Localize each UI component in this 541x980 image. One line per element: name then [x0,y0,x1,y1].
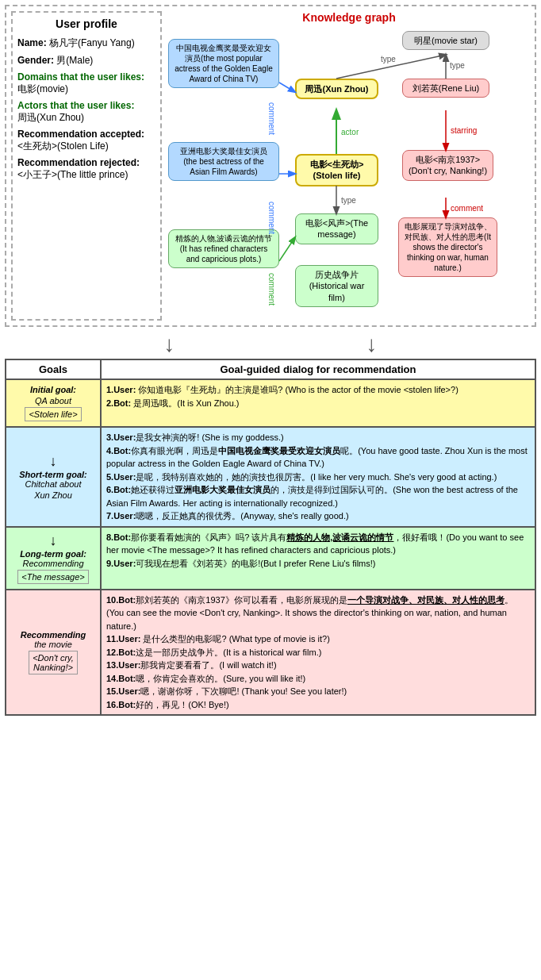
goal-type-2: Short-term goal: [19,470,87,479]
dialog-row-1: Initial goal: QA about <Stolen life> 1.U… [6,380,535,428]
section-arrows: ↓ ↓ [5,332,536,357]
rejected-label: Recommendation rejected: [17,157,140,168]
domains-value: 电影(movie) [17,83,68,94]
dialog-header: Goal-guided dialog for recommendation [102,360,535,379]
dialog-row-3: ↓ Long-term goal: Recommending <The mess… [6,528,535,590]
accepted-value: <生死劫>(Stolen Life) [17,140,109,152]
profile-gender: Gender: 男(Male) [17,54,155,67]
profile-rejected: Recommendation rejected: <小王子>(The littl… [17,157,155,182]
domains-label: Domains that the user likes: [17,71,144,83]
dialog-line-1-1: 1.User: 你知道电影『生死劫』的主演是谁吗? (Who is the ac… [106,383,530,397]
arrow-down-3: ↓ [50,532,57,549]
knowledge-graph: Knowledge graph 中国电视金鹰奖最受欢迎女演员(the most … [168,11,530,321]
goal-type-3: Long-term goal: [20,549,86,559]
arrow-down-left: ↓ [164,333,175,355]
actors-value: 周迅(Xun Zhou) [17,112,84,123]
dialog-row-4: Recommending the movie <Don't cry,Nankin… [6,590,535,715]
svg-text:type: type [341,196,356,205]
name-value: 杨凡宇(Fanyu Yang) [49,37,135,48]
profile-accepted: Recommendation accepted: <生死劫>(Stolen Li… [17,129,155,153]
main-container: User profile Name: 杨凡宇(Fanyu Yang) Gende… [0,5,541,716]
goal-type-1: Initial goal: [30,385,76,394]
dialog-line-2-2: 4.Bot:你真有眼光啊，周迅是中国电视金鹰奖最受欢迎女演员呢。(You hav… [106,444,530,471]
dialog-cell-4: 10.Bot:那刘若英的《南京1937》你可以看看，电影所展现的是一个导演对战争… [102,590,535,715]
node-n11: 电影展现了导演对战争、对民族、对人性的思考(It shows the direc… [398,217,497,277]
goals-header: Goals [6,360,102,379]
goal-desc-1: QA about [35,396,71,405]
svg-text:type: type [450,61,465,70]
dialog-line-4-4: 13.User:那我肯定要看看了。(I will watch it!) [106,659,530,672]
top-section: User profile Name: 杨凡宇(Fanyu Yang) Gende… [5,5,536,327]
dialog-line-4-6: 15.User:嗯，谢谢你呀，下次聊吧! (Thank you! See you… [106,685,530,698]
dialog-line-4-3: 12.Bot:这是一部历史战争片。(It is a historical war… [106,646,530,659]
svg-line-16 [279,237,295,261]
goal-desc-4a: the movie [34,640,72,649]
node-n10: 电影<南京1937>(Don't cry, Nanking!) [402,150,493,181]
kg-graph-area: 中国电视金鹰奖最受欢迎女演员(the most popular actress … [168,27,530,321]
kg-title: Knowledge graph [168,11,530,24]
dialog-cell-3: 8.Bot:那你要看看她演的《风声》吗? 该片具有精炼的人物,波谲云诡的情节，很… [102,528,535,589]
svg-text:comment: comment [267,102,276,135]
node-n4: 周迅(Xun Zhou) [295,79,378,99]
goal-box-2: Xun Zhou [34,490,72,500]
goal-box-4: <Don't cry,Nanking!> [29,651,78,674]
dialog-line-4-2: 11.User: 是什么类型的电影呢? (What type of movie … [106,632,530,646]
dialog-line-4-5: 14.Bot:嗯，你肯定会喜欢的。(Sure, you will like it… [106,672,530,686]
node-n8: 明星(movie star) [402,31,489,50]
goal-desc-2: Chitchat about [25,479,82,489]
gender-value: 男(Male) [56,55,93,66]
svg-text:type: type [381,55,396,63]
goal-cell-2: ↓ Short-term goal: Chitchat about Xun Zh… [6,428,102,526]
goal-box-3: <The message> [17,570,89,584]
dialog-line-4-7: 16.Bot:好的，再见！(OK! Bye!) [106,698,530,712]
goal-desc-3a: Recommending [22,559,83,568]
dialog-cell-1: 1.User: 你知道电影『生死劫』的主演是谁吗? (Who is the ac… [102,380,535,426]
dialog-cell-2: 3.User:是我女神演的呀! (She is my goddess.) 4.B… [102,428,535,526]
actors-label: Actors that the user likes: [17,100,134,111]
svg-text:comment: comment [267,273,276,306]
accepted-label: Recommendation accepted: [17,129,144,140]
goal-box-1: <Stolen life> [25,407,81,421]
node-n5: 电影<生死劫>(Stolen life) [295,154,378,186]
goal-cell-1: Initial goal: QA about <Stolen life> [6,380,102,426]
bottom-header: Goals Goal-guided dialog for recommendat… [6,360,535,380]
svg-line-0 [336,55,446,79]
profile-actors: Actors that the user likes: 周迅(Xun Zhou) [17,100,155,125]
dialog-line-2-4: 6.Bot:她还获得过亚洲电影大奖最佳女演员的，演技是得到过国际认可的。(She… [106,483,530,509]
dialog-line-2-1: 3.User:是我女神演的呀! (She is my goddess.) [106,431,530,444]
dialog-line-3-2: 9.User:可我现在想看《刘若英》的电影!(But I prefer Rene… [106,557,530,571]
dialog-line-1-2: 2.Bot: 是周迅哦。(It is Xun Zhou.) [106,397,530,410]
goal-type-4: Recommending [21,630,86,640]
node-n7: 历史战争片(Historical war film) [295,265,378,307]
profile-name: Name: 杨凡宇(Fanyu Yang) [17,37,155,50]
node-n3: 精炼的人物,波谲云诡的情节(It has refined characters … [168,229,279,268]
dialog-line-2-3: 5.User:是呢，我特别喜欢她的，她的演技也很厉害。(I like her v… [106,471,530,484]
svg-text:comment: comment [451,204,483,213]
node-n9: 刘若英(Rene Liu) [402,79,489,98]
dialog-line-2-5: 7.User:嗯嗯，反正她真的很优秀。(Anyway, she's really… [106,509,530,523]
dialog-line-4-1: 10.Bot:那刘若英的《南京1937》你可以看看，电影所展现的是一个导演对战争… [106,594,530,633]
name-label: Name: [17,37,47,48]
node-n1: 中国电视金鹰奖最受欢迎女演员(the most popular actress … [168,39,279,88]
svg-text:actor: actor [341,128,359,136]
dialog-row-2: ↓ Short-term goal: Chitchat about Xun Zh… [6,428,535,528]
goal-cell-4: Recommending the movie <Don't cry,Nankin… [6,590,102,715]
dialog-line-3-1: 8.Bot:那你要看看她演的《风声》吗? 该片具有精炼的人物,波谲云诡的情节，很… [106,531,530,557]
profile-domains: Domains that the user likes: 电影(movie) [17,71,155,96]
gender-label: Gender: [17,55,54,66]
goal-cell-3: ↓ Long-term goal: Recommending <The mess… [6,528,102,589]
node-n2: 亚洲电影大奖最佳女演员(the best actress of the Asia… [168,142,279,181]
user-profile-title: User profile [17,17,155,30]
rejected-value: <小王子>(The little prince) [17,169,128,180]
user-profile: User profile Name: 杨凡宇(Fanyu Yang) Gende… [11,11,162,321]
svg-text:starring: starring [451,126,477,135]
arrow-down-2: ↓ [50,453,57,470]
bottom-section: Goals Goal-guided dialog for recommendat… [5,359,536,716]
node-n6: 电影<风声>(The message) [295,213,378,244]
svg-line-12 [279,83,295,92]
arrow-down-right: ↓ [366,333,378,355]
